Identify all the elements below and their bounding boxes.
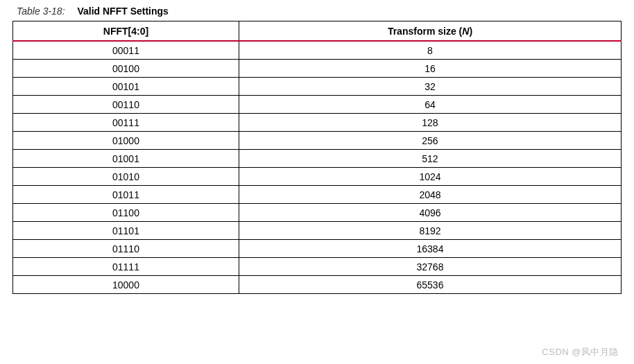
table-row: 011018192 [13,222,622,240]
table-caption-title: Valid NFFT Settings [77,6,168,17]
col-header-size-suffix: ) [469,26,472,37]
table-row: 010112048 [13,186,622,204]
cell-size: 32768 [239,258,621,276]
table-row: 011004096 [13,204,622,222]
table-caption: Table 3-18: Valid NFFT Settings [17,6,622,17]
cell-size: 512 [239,150,621,168]
table-header-row: NFFT[4:0] Transform size (N) [13,21,622,42]
col-header-size-var: N [462,26,469,37]
table-row: 00111128 [13,114,622,132]
cell-nfft: 00101 [13,78,239,96]
cell-size: 2048 [239,186,621,204]
table-row: 0111016384 [13,240,622,258]
cell-nfft: 00110 [13,96,239,114]
cell-nfft: 10000 [13,276,239,294]
table-row: 01000256 [13,132,622,150]
cell-nfft: 01010 [13,168,239,186]
table-caption-label: Table 3-18: [17,6,65,17]
col-header-size-prefix: Transform size ( [388,26,462,37]
table-row: 0011064 [13,96,622,114]
col-header-nfft: NFFT[4:0] [13,21,239,42]
table-row: 000118 [13,41,622,60]
table-row: 0010132 [13,78,622,96]
cell-size: 16384 [239,240,621,258]
cell-size: 32 [239,78,621,96]
watermark: CSDN @风中月隐 [542,346,619,358]
cell-nfft: 01110 [13,240,239,258]
cell-size: 8 [239,41,621,60]
cell-size: 16 [239,60,621,78]
table-row: 0111132768 [13,258,622,276]
cell-nfft: 00100 [13,60,239,78]
cell-size: 8192 [239,222,621,240]
table-row: 010101024 [13,168,622,186]
cell-nfft: 01101 [13,222,239,240]
cell-nfft: 01111 [13,258,239,276]
cell-nfft: 01100 [13,204,239,222]
cell-size: 4096 [239,204,621,222]
cell-size: 64 [239,96,621,114]
cell-nfft: 01001 [13,150,239,168]
col-header-size: Transform size (N) [239,21,621,42]
cell-nfft: 01011 [13,186,239,204]
table-row: 0010016 [13,60,622,78]
cell-nfft: 00111 [13,114,239,132]
cell-size: 256 [239,132,621,150]
cell-size: 1024 [239,168,621,186]
cell-nfft: 01000 [13,132,239,150]
cell-nfft: 00011 [13,41,239,60]
cell-size: 128 [239,114,621,132]
nfft-table: NFFT[4:0] Transform size (N) 00011800100… [12,21,622,294]
table-body: 0001180010016001013200110640011112801000… [13,41,622,294]
table-row: 01001512 [13,150,622,168]
cell-size: 65536 [239,276,621,294]
table-row: 1000065536 [13,276,622,294]
